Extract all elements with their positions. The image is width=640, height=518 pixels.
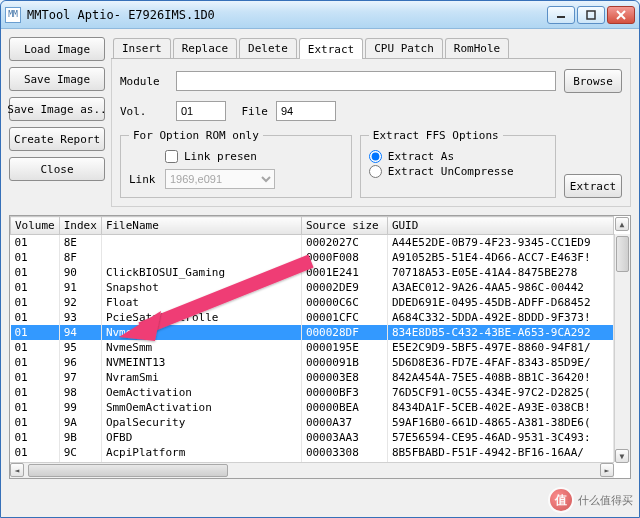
- cell-index: 8F: [59, 250, 101, 265]
- module-table[interactable]: Volume Index FileName Source size GUID 0…: [9, 215, 631, 479]
- create-report-button[interactable]: Create Report: [9, 127, 105, 151]
- col-volume[interactable]: Volume: [11, 217, 60, 235]
- cell-size: 00003308: [301, 445, 387, 460]
- tab-romhole[interactable]: RomHole: [445, 38, 509, 58]
- col-size[interactable]: Source size: [301, 217, 387, 235]
- table-row[interactable]: 0190ClickBIOSUI_Gaming0001E24170718A53-E…: [11, 265, 614, 280]
- cell-volume: 01: [11, 415, 60, 430]
- watermark: 值 什么值得买: [548, 487, 633, 513]
- cell-size: 00002DE9: [301, 280, 387, 295]
- extract-uncompressed-radio[interactable]: [369, 165, 382, 178]
- table-row[interactable]: 0192Float00000C6CDDED691E-0495-45DB-ADFF…: [11, 295, 614, 310]
- horizontal-scroll-thumb[interactable]: [28, 464, 228, 477]
- file-input[interactable]: [276, 101, 336, 121]
- tab-cpu-patch[interactable]: CPU Patch: [365, 38, 443, 58]
- cell-guid: 842A454A-75E5-408B-8B1C-36420!: [387, 370, 613, 385]
- watermark-text: 什么值得买: [578, 493, 633, 508]
- cell-filename: Snapshot: [101, 280, 301, 295]
- cell-index: 99: [59, 400, 101, 415]
- save-image-button[interactable]: Save Image: [9, 67, 105, 91]
- cell-filename: NVMEINT13: [101, 355, 301, 370]
- cell-filename: [101, 235, 301, 251]
- cell-index: 93: [59, 310, 101, 325]
- close-button[interactable]: Close: [9, 157, 105, 181]
- scroll-right-button[interactable]: ►: [600, 463, 614, 477]
- table-row[interactable]: 018E0002027CA44E52DE-0B79-4F23-9345-CC1E…: [11, 235, 614, 251]
- table-row[interactable]: 0198OemActivation00000BF376D5CF91-0C55-4…: [11, 385, 614, 400]
- cell-volume: 01: [11, 355, 60, 370]
- cell-index: 9B: [59, 430, 101, 445]
- ffs-legend: Extract FFS Options: [369, 129, 503, 142]
- maximize-button[interactable]: [577, 6, 605, 24]
- tab-delete[interactable]: Delete: [239, 38, 297, 58]
- module-input[interactable]: [176, 71, 556, 91]
- extract-as-label: Extract As: [388, 150, 454, 163]
- cell-index: 91: [59, 280, 101, 295]
- cell-size: 00000BF3: [301, 385, 387, 400]
- cell-guid: 57E56594-CE95-46AD-9531-3C493:: [387, 430, 613, 445]
- cell-filename: NvmeSmm: [101, 340, 301, 355]
- cell-size: 0000091B: [301, 355, 387, 370]
- tabs: Insert Replace Delete Extract CPU Patch …: [111, 37, 631, 59]
- cell-size: 0000F008: [301, 250, 387, 265]
- table-row[interactable]: 019AOpalSecurity0000A3759AF16B0-661D-486…: [11, 415, 614, 430]
- table-row[interactable]: 0193PcieSataControlle00001CFCA684C332-5D…: [11, 310, 614, 325]
- table-row[interactable]: 0199SmmOemActivation00000BEA8434DA1F-5CE…: [11, 400, 614, 415]
- link-combo: 1969,e091: [165, 169, 275, 189]
- cell-size: 00000BEA: [301, 400, 387, 415]
- cell-filename: SmmOemActivation: [101, 400, 301, 415]
- link-label: Link: [129, 173, 157, 186]
- cell-filename: ClickBIOSUI_Gaming: [101, 265, 301, 280]
- window-title: MMTool Aptio- E7926IMS.1D0: [27, 8, 547, 22]
- cell-guid: DDED691E-0495-45DB-ADFF-D68452: [387, 295, 613, 310]
- cell-size: 00000C6C: [301, 295, 387, 310]
- vol-label: Vol.: [120, 105, 168, 118]
- cell-index: 95: [59, 340, 101, 355]
- table-row[interactable]: 018F0000F008A91052B5-51E4-4D66-ACC7-E463…: [11, 250, 614, 265]
- table-row[interactable]: 0191Snapshot00002DE9A3AEC012-9A26-4AA5-9…: [11, 280, 614, 295]
- title-bar: MM MMTool Aptio- E7926IMS.1D0: [1, 1, 639, 29]
- scroll-up-button[interactable]: ▲: [615, 217, 629, 231]
- table-row[interactable]: 0196NVMEINT130000091B5D6D8E36-FD7E-4FAF-…: [11, 355, 614, 370]
- cell-guid: 5D6D8E36-FD7E-4FAF-8343-85D9E/: [387, 355, 613, 370]
- table-row[interactable]: 019BOFBD00003AA357E56594-CE95-46AD-9531-…: [11, 430, 614, 445]
- vertical-scroll-thumb[interactable]: [616, 236, 629, 272]
- cell-filename: OemActivation: [101, 385, 301, 400]
- link-present-checkbox[interactable]: [165, 150, 178, 163]
- cell-filename: [101, 250, 301, 265]
- cell-volume: 01: [11, 340, 60, 355]
- scroll-down-button[interactable]: ▼: [615, 449, 629, 463]
- browse-button[interactable]: Browse: [564, 69, 622, 93]
- cell-size: 000028DF: [301, 325, 387, 340]
- vertical-scrollbar[interactable]: ▲ ▼: [614, 234, 630, 462]
- ffs-options-group: Extract FFS Options Extract As Extract U…: [360, 129, 556, 198]
- tab-insert[interactable]: Insert: [113, 38, 171, 58]
- col-guid[interactable]: GUID: [387, 217, 613, 235]
- cell-filename: Nvme: [101, 325, 301, 340]
- save-image-as-button[interactable]: Save Image as..: [9, 97, 105, 121]
- tab-replace[interactable]: Replace: [173, 38, 237, 58]
- col-index[interactable]: Index: [59, 217, 101, 235]
- extract-button[interactable]: Extract: [564, 174, 622, 198]
- scroll-left-button[interactable]: ◄: [10, 463, 24, 477]
- cell-guid: 70718A53-E05E-41A4-8475BE278: [387, 265, 613, 280]
- grid: Volume Index FileName Source size GUID 0…: [10, 216, 614, 462]
- horizontal-scrollbar[interactable]: ◄ ►: [10, 462, 614, 478]
- cell-filename: OFBD: [101, 430, 301, 445]
- extract-as-radio[interactable]: [369, 150, 382, 163]
- cell-volume: 01: [11, 430, 60, 445]
- load-image-button[interactable]: Load Image: [9, 37, 105, 61]
- cell-index: 9A: [59, 415, 101, 430]
- tab-extract[interactable]: Extract: [299, 38, 363, 59]
- minimize-button[interactable]: [547, 6, 575, 24]
- cell-filename: OpalSecurity: [101, 415, 301, 430]
- table-row[interactable]: 0195NvmeSmm0000195EE5E2C9D9-5BF5-497E-88…: [11, 340, 614, 355]
- table-row[interactable]: 0197NvramSmi000003E8842A454A-75E5-408B-8…: [11, 370, 614, 385]
- cell-guid: 8B5FBABD-F51F-4942-BF16-16AA/: [387, 445, 613, 460]
- table-row[interactable]: 019CAcpiPlatform000033088B5FBABD-F51F-49…: [11, 445, 614, 460]
- svg-rect-1: [587, 11, 595, 19]
- table-row[interactable]: 0194Nvme000028DF834E8DB5-C432-43BE-A653-…: [11, 325, 614, 340]
- col-filename[interactable]: FileName: [101, 217, 301, 235]
- close-window-button[interactable]: [607, 6, 635, 24]
- vol-input[interactable]: [176, 101, 226, 121]
